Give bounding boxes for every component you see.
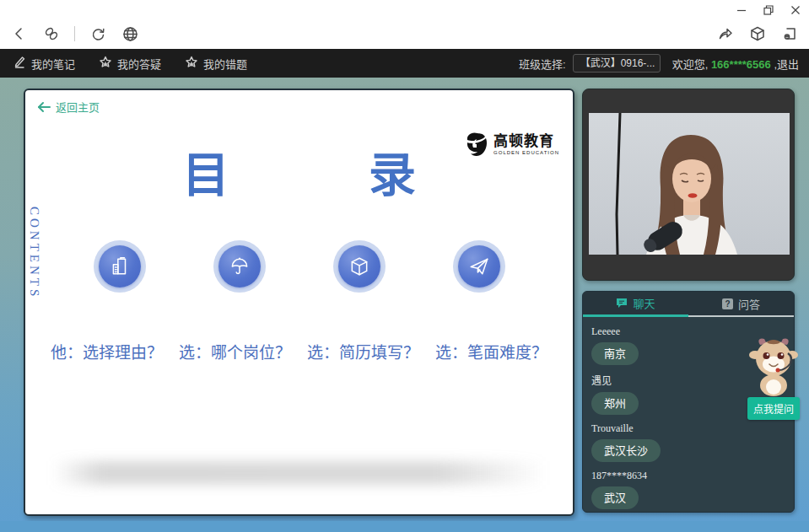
chat-tabs: 聊天 ? 问答: [583, 292, 794, 317]
chat-message-bubble: 郑州: [591, 392, 639, 415]
tab-qa-label: 问答: [738, 296, 760, 312]
slide-canvas: 返回主页 CONTENTS 目 录 高顿教育 GOLDEN EDUCATION: [24, 89, 574, 516]
my-mistakes-label: 我的错题: [203, 56, 247, 72]
cube-icon: [348, 255, 370, 277]
topic-circle-1: [94, 240, 146, 293]
restore-icon[interactable]: [762, 3, 775, 17]
ask-question-widget[interactable]: 点我提问: [747, 336, 800, 420]
minimize-icon[interactable]: [735, 3, 748, 17]
ask-question-button[interactable]: 点我提问: [747, 397, 800, 420]
refresh-icon[interactable]: [89, 24, 107, 43]
my-notes-label: 我的笔记: [31, 56, 75, 72]
topic-circle-3: [333, 240, 386, 293]
umbrella-icon: [229, 255, 251, 277]
close-icon[interactable]: [789, 3, 802, 17]
slide-title-char-left: 目: [182, 137, 229, 205]
user-phone: 166****6566: [711, 58, 771, 71]
slide-shadow-band: [52, 461, 545, 485]
my-qa-button[interactable]: 我的答疑: [99, 56, 161, 72]
chat-username: 187****8634: [591, 470, 785, 482]
building-icon: [109, 255, 131, 277]
topic-label-1: 他：选择理由？: [51, 340, 163, 363]
chat-message-bubble: 南京: [591, 342, 639, 365]
golden-education-logo-icon: [465, 131, 490, 158]
topic-label-2: 选：哪个岗位？: [179, 340, 291, 363]
chat-message-bubble: 武汉: [591, 486, 639, 509]
browser-navbar: [0, 20, 809, 49]
topic-label-3: 选：简历填写？: [307, 340, 419, 363]
chat-username: Trouvaille: [591, 422, 785, 435]
globe-icon[interactable]: [121, 24, 139, 43]
topic-circle-4: [453, 240, 505, 293]
teacher-video-panel: [582, 89, 795, 281]
app-window: 我的笔记 我的答疑 我的错题 班级选择: 【武汉】0916-... 欢迎您, 1…: [0, 0, 809, 532]
welcome-text: 欢迎您, 166****6566 ,退出: [672, 56, 799, 72]
right-column: 聊天 ? 问答 Leeeee 南京 遇见 郑州 Trouvaille 武汉长沙 …: [582, 89, 795, 513]
cube-3d-icon[interactable]: [748, 24, 767, 43]
main-area: 返回主页 CONTENTS 目 录 高顿教育 GOLDEN EDUCATION: [0, 78, 809, 521]
tab-qa[interactable]: ? 问答: [688, 292, 794, 317]
topic-icons-row: [25, 240, 573, 293]
arrow-left-icon: [37, 101, 51, 113]
back-icon[interactable]: [10, 24, 29, 43]
chat-message-bubble: 武汉长沙: [591, 439, 661, 462]
my-notes-button[interactable]: 我的笔记: [13, 56, 75, 72]
topic-label-4: 选：笔面难度？: [435, 340, 547, 363]
course-toolbar: 我的笔记 我的答疑 我的错题 班级选择: 【武汉】0916-... 欢迎您, 1…: [0, 49, 809, 78]
back-to-home-label: 返回主页: [56, 99, 100, 115]
exit-feedback-icon[interactable]: [780, 24, 799, 43]
topic-labels-row: 他：选择理由？ 选：哪个岗位？ 选：简历填写？ 选：笔面难度？: [25, 340, 573, 363]
my-qa-label: 我的答疑: [117, 56, 161, 72]
brand-logo: 高顿教育 GOLDEN EDUCATION: [465, 131, 559, 158]
class-select-dropdown[interactable]: 【武汉】0916-...: [573, 54, 661, 73]
bottom-bar: [0, 521, 809, 532]
teacher-video-feed: [589, 113, 790, 255]
question-icon: ?: [722, 298, 733, 309]
chat-bubble-icon: [616, 298, 628, 309]
welcome-prefix: 欢迎您,: [672, 58, 709, 71]
nav-divider: [74, 26, 75, 41]
topic-circle-2: [213, 240, 266, 293]
star-plus-icon: [99, 56, 112, 72]
tab-chat-label: 聊天: [633, 295, 655, 311]
window-titlebar: [0, 0, 809, 20]
logout-link[interactable]: ,退出: [774, 58, 799, 71]
class-select-label: 班级选择:: [519, 56, 566, 72]
share-icon[interactable]: [716, 24, 735, 43]
pencil-icon: [13, 56, 26, 71]
tab-chat[interactable]: 聊天: [583, 292, 688, 317]
cow-mascot-icon: [748, 336, 799, 397]
slide-title-char-right: 录: [369, 137, 416, 205]
star-plus-icon: [185, 56, 198, 72]
link-icon[interactable]: [42, 24, 61, 43]
logo-subtitle: GOLDEN EDUCATION: [493, 150, 559, 155]
back-to-home-link[interactable]: 返回主页: [37, 99, 100, 115]
my-mistakes-button[interactable]: 我的错题: [185, 56, 247, 72]
paper-plane-icon: [468, 255, 490, 277]
logo-name: 高顿教育: [493, 134, 559, 148]
